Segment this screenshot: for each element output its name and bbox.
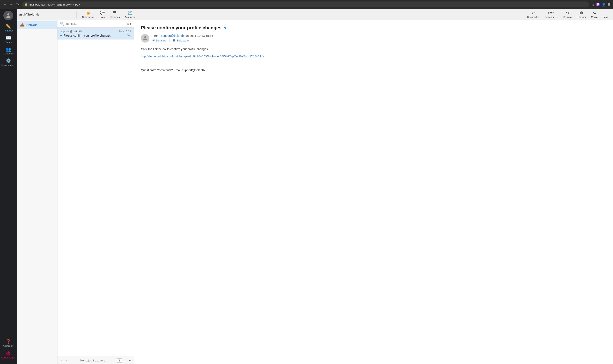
browser-actions: ☆ 8 👤 ☰ (591, 2, 611, 7)
sidebar-item-mail[interactable]: ✉️ Correo (0, 34, 17, 45)
address-bar[interactable]: 🔒 mail.bolt.htb/?_task=mail&_mbox=INBOX (22, 1, 589, 7)
toolbar-center: ☝ Seleccionar 💬 Hilos ☰ Opciones 🔄 Actua… (77, 9, 141, 20)
reading-pane: Please confirm your profile changes ✎ Fr… (134, 20, 613, 364)
last-page-button[interactable]: » (128, 358, 132, 363)
sidebar-item-settings[interactable]: ⚙️ Configuraci... (0, 57, 17, 68)
body-separator: -- (141, 62, 606, 66)
menu-icon[interactable]: ☰ (607, 2, 611, 7)
select-icon: ☝ (86, 10, 91, 15)
mark-label: Marcar (591, 16, 598, 18)
reply-all-button[interactable]: ↩↩ Responder ... (541, 9, 560, 20)
prev-page-button[interactable]: ‹ (65, 358, 68, 363)
details-button[interactable]: ✉ Detalles (152, 39, 166, 42)
svg-point-0 (7, 13, 9, 15)
settings-icon: ⚙️ (6, 59, 11, 63)
sender-row: support@bolt.htb Hoy 15:33 (60, 30, 131, 33)
refresh-label: Actualizar (125, 16, 135, 18)
toolbar: asdf@bolt.htb ⋮ ☝ Seleccionar 💬 Hilos ☰ … (17, 9, 613, 20)
logout-label: Cerrar sesión (1, 356, 15, 359)
options-button[interactable]: ☰ Opciones (108, 9, 122, 20)
message-subject: Please confirm your profile changes (63, 34, 111, 37)
forward-button[interactable]: ↪ Reenviar (560, 9, 575, 20)
confirm-link[interactable]: http://demo.bolt.htb/confirm/changes/ImF… (141, 55, 264, 58)
search-icon: 🔍 (60, 22, 64, 26)
folder-inbox[interactable]: 📥 Entrada (17, 21, 57, 29)
select-button[interactable]: ☝ Seleccionar (80, 9, 96, 20)
email-meta: From support@bolt.htb on 2021-10-13 15:3… (141, 34, 606, 42)
message-sender: support@bolt.htb (60, 30, 82, 33)
body-footer: Questions? Comments? Email support@bolt.… (141, 68, 606, 73)
reply-button[interactable]: ↩ Responder (525, 9, 541, 20)
sidebar: ✏️ Redactar ✉️ Correo 👥 Contactos ⚙️ Con… (0, 9, 17, 364)
back-button[interactable]: ← (2, 2, 8, 7)
email-date: on 2021-10-13 15:33 (185, 34, 213, 38)
refresh-icon: 🔄 (128, 10, 132, 15)
next-page-button[interactable]: › (123, 358, 126, 363)
settings-label: Configuraci... (1, 64, 15, 66)
sidebar-bottom: ❓ Acerca de ⏻ Cerrar sesión (0, 338, 16, 362)
extension-badge: 8 (596, 2, 600, 6)
svg-point-1 (144, 36, 146, 38)
from-address[interactable]: support@bolt.htb (161, 34, 184, 38)
app: ✏️ Redactar ✉️ Correo 👥 Contactos ⚙️ Con… (0, 9, 613, 364)
message-date: Hoy 15:33 (119, 30, 131, 33)
about-icon: ❓ (6, 339, 11, 344)
sidebar-item-about[interactable]: ❓ Acerca de (0, 338, 16, 349)
message-item[interactable]: support@bolt.htb Hoy 15:33 Please confir… (57, 28, 134, 39)
search-input[interactable] (66, 22, 125, 26)
sidebar-item-logout[interactable]: ⏻ Cerrar sesión (0, 350, 16, 361)
reply-all-label: Responder ... (544, 16, 558, 18)
mail-label: Correo (5, 41, 12, 43)
threads-button[interactable]: 💬 Hilos (97, 9, 107, 20)
more-actions-button[interactable]: ··· Más (601, 9, 611, 20)
browser-bar: ← → ↻ 🔒 mail.bolt.htb/?_task=mail&_mbox=… (0, 0, 613, 9)
sender-avatar (141, 34, 150, 42)
email-title: Please confirm your profile changes ✎ (141, 25, 606, 31)
reply-label: Responder (527, 16, 539, 18)
reply-all-icon: ↩↩ (548, 10, 554, 15)
reload-button[interactable]: ↻ (15, 2, 20, 7)
compose-label: Redactar (4, 29, 13, 32)
filter-icon[interactable]: ✉ ▾ (126, 22, 131, 26)
account-name: asdf@bolt.htb (19, 13, 66, 16)
message-list-pane: 🔍 ✉ ▾ support@bolt.htb Hoy 15:33 Please … (57, 20, 134, 364)
bookmark-icon[interactable]: ☆ (591, 2, 594, 7)
account-more-button[interactable]: ⋮ (68, 11, 74, 18)
edit-icon[interactable]: ✎ (224, 26, 227, 30)
toolbar-left: asdf@bolt.htb ⋮ (19, 11, 77, 18)
about-label: Acerca de (3, 344, 14, 347)
forward-label: Reenviar (563, 16, 572, 18)
email-body: Click the link below to confirm your pro… (141, 47, 606, 73)
mail-icon: ✉️ (6, 36, 11, 40)
inbox-icon: 📥 (20, 23, 24, 27)
subject-row: Please confirm your profile changes 📎 (60, 34, 131, 37)
forward-button[interactable]: → (9, 2, 14, 7)
delete-icon: 🗑 (580, 11, 584, 15)
delete-label: Eliminar (577, 16, 586, 18)
compose-icon: ✏️ (6, 24, 11, 28)
envelope-icon: ✉ (152, 39, 155, 42)
sidebar-item-compose[interactable]: ✏️ Redactar (0, 23, 17, 34)
toolbar-right: ↩ Responder ↩↩ Responder ... ↪ Reenviar … (525, 9, 611, 20)
sidebar-item-contacts[interactable]: 👥 Contactos (0, 46, 17, 57)
plain-text-button[interactable]: ☰ Sólo texto (173, 39, 189, 42)
mark-button[interactable]: 🏷 Marcar (588, 9, 601, 20)
messages-count: Mensajes 1 a 1 de 1 (69, 359, 116, 362)
email-subject-heading: Please confirm your profile changes (141, 25, 222, 31)
from-label: From (152, 34, 159, 38)
from-line: From support@bolt.htb on 2021-10-13 15:3… (152, 34, 213, 38)
profile-icon[interactable]: 👤 (601, 2, 606, 7)
forward-icon: ↪ (566, 10, 569, 15)
delete-button[interactable]: 🗑 Eliminar (575, 9, 588, 20)
logout-icon: ⏻ (6, 351, 10, 355)
inbox-label: Entrada (27, 23, 38, 27)
search-bar: 🔍 ✉ ▾ (57, 20, 134, 28)
message-list-footer: « ‹ Mensajes 1 a 1 de 1 1 › » (57, 357, 134, 364)
details-label: Detalles (156, 39, 166, 42)
select-label: Seleccionar (82, 16, 94, 18)
options-icon: ☰ (113, 10, 116, 15)
refresh-button[interactable]: 🔄 Actualizar (123, 9, 137, 20)
unread-dot (60, 35, 62, 36)
attachment-icon: 📎 (127, 34, 131, 37)
first-page-button[interactable]: « (60, 358, 64, 363)
